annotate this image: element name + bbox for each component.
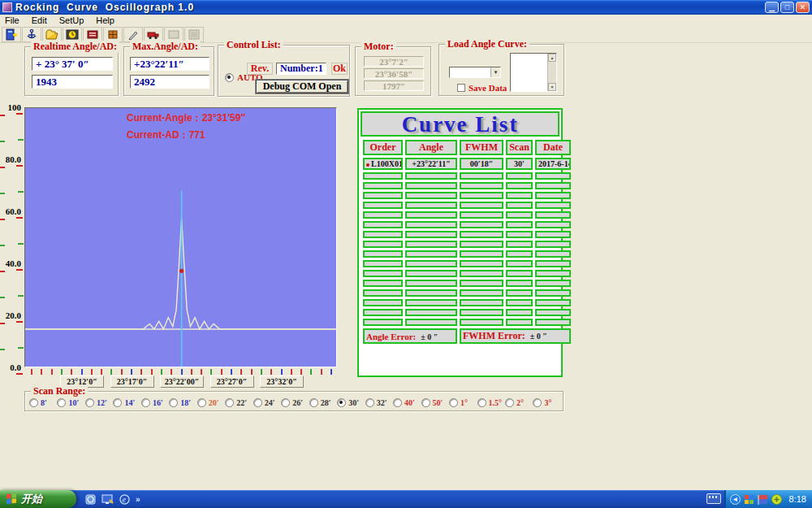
table-row-empty[interactable] xyxy=(363,192,571,199)
menu-edit[interactable]: Edit xyxy=(32,15,47,25)
table-row-empty[interactable] xyxy=(363,299,571,306)
cell xyxy=(535,221,571,228)
radio-icon[interactable] xyxy=(449,398,458,407)
browser-icon[interactable] xyxy=(84,493,97,506)
radio-icon[interactable] xyxy=(113,398,122,407)
curve-listbox[interactable]: ▲ ▼ xyxy=(510,53,557,92)
scan-range-option-8′[interactable]: 8′ xyxy=(29,398,57,407)
scan-range-option-28′[interactable]: 28′ xyxy=(309,398,337,407)
start-button[interactable]: 开始 xyxy=(0,490,76,508)
radio-icon[interactable] xyxy=(225,73,234,82)
radio-icon[interactable] xyxy=(505,398,514,407)
scan-range-option-26′[interactable]: 26′ xyxy=(281,398,309,407)
graphics-icon[interactable] xyxy=(744,494,754,505)
table-row-empty[interactable] xyxy=(363,221,571,228)
menu-file[interactable]: File xyxy=(5,15,19,25)
radio-icon[interactable] xyxy=(421,398,430,407)
menu-setup[interactable]: SetUp xyxy=(59,15,84,25)
exit-icon[interactable] xyxy=(2,27,21,42)
scan-range-option-3°[interactable]: 3° xyxy=(533,398,560,407)
ok-label[interactable]: Ok xyxy=(331,63,348,75)
table-row-empty[interactable] xyxy=(363,309,571,316)
max-ad-field[interactable]: 2492 xyxy=(130,75,209,89)
table-row-empty[interactable] xyxy=(363,260,571,267)
clock-time[interactable]: 8:18 xyxy=(789,494,806,504)
scan-range-option-50′[interactable]: 50′ xyxy=(421,398,449,407)
scan-range-option-30′[interactable]: 30′ xyxy=(337,398,365,407)
table-row-empty[interactable] xyxy=(363,270,571,277)
radio-icon[interactable] xyxy=(225,398,234,407)
curve-list-table[interactable]: OrderAngleFWHMScanDateL100X01+23°22′11″0… xyxy=(361,137,573,346)
scroll-down-icon[interactable]: ▼ xyxy=(548,83,556,91)
x-axis-label[interactable]: 23°32′0″ xyxy=(260,376,304,388)
radio-icon[interactable] xyxy=(169,398,178,407)
menu-help[interactable]: Help xyxy=(96,15,114,25)
table-row[interactable]: L100X01+23°22′11″00′18″30′2017-6-14 xyxy=(363,158,571,170)
number-field[interactable]: Number:1 xyxy=(276,63,326,75)
overflow-chevron[interactable]: » xyxy=(136,495,140,504)
table-row-empty[interactable] xyxy=(363,319,571,326)
scan-range-option-10′[interactable]: 10′ xyxy=(57,398,84,407)
table-row-empty[interactable] xyxy=(363,202,571,209)
cell xyxy=(460,211,503,219)
radio-icon[interactable] xyxy=(365,398,374,407)
table-row-empty[interactable] xyxy=(363,250,571,258)
save-data-checkbox-group[interactable]: Save Data xyxy=(457,83,507,93)
show-desktop-icon[interactable] xyxy=(102,493,114,506)
x-axis-label[interactable]: 23°27′0″ xyxy=(210,376,254,388)
checkbox-icon[interactable] xyxy=(457,84,465,92)
radio-icon[interactable] xyxy=(477,398,486,407)
scan-range-option-40′[interactable]: 40′ xyxy=(393,398,421,407)
scan-range-option-1°[interactable]: 1° xyxy=(449,398,477,407)
realtime-angle-field[interactable]: + 23° 37′ 0″ xyxy=(32,57,113,71)
radio-icon[interactable] xyxy=(533,398,542,407)
radio-icon[interactable] xyxy=(141,398,150,407)
flag-icon[interactable] xyxy=(758,494,768,505)
scan-range-option-12′[interactable]: 12′ xyxy=(85,398,113,407)
curve-dropdown[interactable]: ▼ xyxy=(449,67,501,78)
radio-icon[interactable] xyxy=(197,398,206,407)
table-row-empty[interactable] xyxy=(363,280,571,287)
scan-range-label: 26′ xyxy=(292,398,303,407)
radio-icon[interactable] xyxy=(393,398,402,407)
scan-range-option-1.5°[interactable]: 1.5° xyxy=(477,398,505,407)
close-button[interactable]: ✕ xyxy=(796,2,810,13)
radio-icon[interactable] xyxy=(253,398,262,407)
table-row-empty[interactable] xyxy=(363,289,571,297)
chevron-down-icon[interactable]: ▼ xyxy=(490,67,500,77)
scan-range-option-24′[interactable]: 24′ xyxy=(253,398,281,407)
radio-icon[interactable] xyxy=(85,398,94,407)
keyboard-icon[interactable] xyxy=(706,493,721,504)
minimize-button[interactable]: ▁ xyxy=(765,2,779,13)
radio-icon[interactable] xyxy=(57,398,66,407)
oscillograph-plot[interactable]: Current-Angle：23°31′59″ Current-AD：771 xyxy=(24,107,337,367)
scan-range-option-14′[interactable]: 14′ xyxy=(113,398,140,407)
listbox-scrollbar[interactable]: ▲ ▼ xyxy=(547,54,556,91)
scan-range-option-16′[interactable]: 16′ xyxy=(141,398,169,407)
radio-icon[interactable] xyxy=(281,398,290,407)
x-axis-label[interactable]: 23°17′0″ xyxy=(110,376,154,388)
scroll-up-icon[interactable]: ▲ xyxy=(548,54,556,62)
realtime-ad-field[interactable]: 1943 xyxy=(32,75,113,89)
scan-range-option-20′[interactable]: 20′ xyxy=(197,398,225,407)
radio-icon[interactable] xyxy=(29,398,38,407)
antivirus-icon[interactable] xyxy=(771,494,782,505)
radio-icon[interactable] xyxy=(309,398,318,407)
scan-range-option-22′[interactable]: 22′ xyxy=(225,398,253,407)
scan-range-option-18′[interactable]: 18′ xyxy=(169,398,197,407)
table-row-empty[interactable] xyxy=(363,241,571,248)
maximize-button[interactable]: □ xyxy=(780,2,794,13)
scan-range-option-2°[interactable]: 2° xyxy=(505,398,533,407)
table-row-empty[interactable] xyxy=(363,211,571,219)
control-panel-title: Control List: xyxy=(224,39,283,51)
x-axis-label[interactable]: 23°22′00″ xyxy=(160,376,204,388)
table-row-empty[interactable] xyxy=(363,172,571,180)
max-angle-field[interactable]: +23°22′11″ xyxy=(130,57,209,71)
scan-range-option-32′[interactable]: 32′ xyxy=(365,398,393,407)
table-row-empty[interactable] xyxy=(363,182,571,189)
language-icon[interactable] xyxy=(730,494,741,505)
table-row-empty[interactable] xyxy=(363,231,571,238)
radio-icon[interactable] xyxy=(337,398,346,407)
ie-icon[interactable]: e xyxy=(119,493,131,506)
debug-com-open-button[interactable]: Debug COM Open xyxy=(256,80,348,93)
